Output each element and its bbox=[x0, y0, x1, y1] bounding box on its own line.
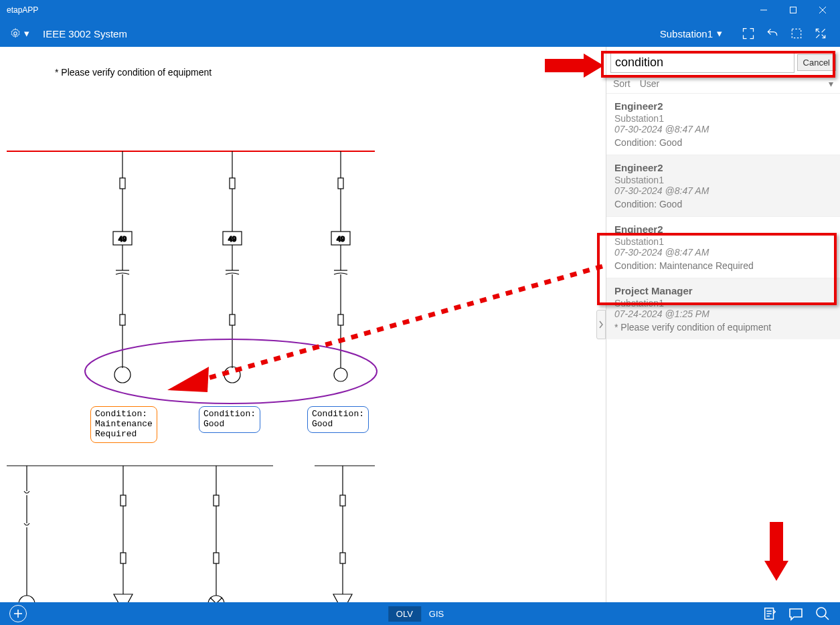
svg-rect-37 bbox=[338, 315, 343, 325]
condition-label-maintenance: Condition: Maintenance Required bbox=[90, 406, 157, 443]
comment-body: * Please verify condition of equipment bbox=[614, 322, 832, 333]
window-titlebar: etapAPP bbox=[0, 0, 840, 20]
svg-rect-30 bbox=[338, 178, 343, 189]
comment-author: Project Manager bbox=[614, 285, 832, 296]
comment-timestamp: 07-24-2024 @1:25 PM bbox=[614, 308, 832, 319]
window-title: etapAPP bbox=[7, 5, 749, 15]
comment-author: Engineer2 bbox=[614, 162, 832, 173]
svg-text:49: 49 bbox=[337, 235, 345, 243]
svg-rect-48 bbox=[120, 495, 126, 506]
svg-rect-62 bbox=[340, 495, 345, 506]
comment-location: Substation1 bbox=[614, 298, 832, 308]
fit-view-button[interactable] bbox=[738, 23, 758, 43]
svg-rect-64 bbox=[340, 553, 345, 563]
svg-rect-15 bbox=[120, 315, 125, 325]
condition-label-good-2: Condition: Good bbox=[307, 406, 369, 433]
svg-rect-19 bbox=[230, 178, 235, 189]
panel-collapse-handle[interactable] bbox=[596, 310, 606, 339]
comments-panel: Cancel Sort User ▾ Engineer2 Substation1… bbox=[606, 47, 840, 602]
comment-body: Condition: Good bbox=[614, 199, 832, 209]
comment-timestamp: 07-30-2024 @8:47 AM bbox=[614, 247, 832, 258]
svg-point-28 bbox=[224, 367, 240, 383]
add-button[interactable] bbox=[9, 605, 27, 622]
comment-timestamp: 07-30-2024 @8:47 AM bbox=[614, 124, 832, 135]
chevron-down-icon: ▾ bbox=[717, 27, 722, 39]
search-icon[interactable] bbox=[815, 606, 831, 622]
diagram-canvas[interactable]: * Please verify condition of equipment 4… bbox=[0, 47, 606, 602]
svg-rect-26 bbox=[230, 315, 235, 325]
sort-value: User bbox=[640, 78, 660, 89]
svg-point-17 bbox=[114, 367, 131, 383]
window-maximize-button[interactable] bbox=[778, 0, 808, 20]
svg-rect-56 bbox=[214, 553, 219, 563]
comment-item[interactable]: Engineer2 Substation1 07-30-2024 @8:47 A… bbox=[606, 155, 840, 216]
search-row: Cancel bbox=[606, 47, 840, 77]
window-close-button[interactable] bbox=[808, 0, 837, 20]
comment-author: Engineer2 bbox=[614, 100, 832, 112]
comment-item[interactable]: Engineer2 Substation1 07-30-2024 @8:47 A… bbox=[606, 93, 840, 155]
window-minimize-button[interactable] bbox=[749, 0, 778, 20]
tab-olv[interactable]: OLV bbox=[388, 606, 421, 622]
comment-timestamp: 07-30-2024 @8:47 AM bbox=[614, 185, 832, 196]
svg-text:49: 49 bbox=[118, 235, 127, 243]
sort-label: Sort bbox=[613, 78, 631, 89]
substation-selector[interactable]: Substation1 ▾ bbox=[660, 27, 722, 39]
tab-gis[interactable]: GIS bbox=[421, 606, 452, 622]
svg-rect-50 bbox=[120, 553, 126, 563]
chat-icon[interactable] bbox=[788, 606, 804, 622]
svg-point-40 bbox=[85, 339, 377, 404]
svg-rect-54 bbox=[214, 495, 219, 506]
svg-point-46 bbox=[19, 596, 35, 602]
condition-label-good-1: Condition: Good bbox=[199, 406, 260, 433]
comments-list: Engineer2 Substation1 07-30-2024 @8:47 A… bbox=[606, 93, 840, 602]
svg-rect-5 bbox=[792, 29, 801, 37]
main-area: * Please verify condition of equipment 4… bbox=[0, 47, 840, 602]
undo-button[interactable] bbox=[762, 23, 782, 43]
project-name: IEEE 3002 System bbox=[43, 28, 127, 39]
comment-location: Substation1 bbox=[614, 113, 832, 124]
svg-point-4 bbox=[14, 32, 17, 35]
chevron-down-icon: ▾ bbox=[829, 78, 833, 89]
main-toolbar: ▾ IEEE 3002 System Substation1 ▾ bbox=[0, 20, 840, 47]
svg-text:49: 49 bbox=[228, 235, 236, 243]
svg-point-77 bbox=[817, 608, 826, 617]
svg-rect-1 bbox=[790, 7, 796, 13]
comment-item[interactable]: Engineer2 Substation1 07-30-2024 @8:47 A… bbox=[606, 216, 840, 278]
comment-item[interactable]: Project Manager Substation1 07-24-2024 @… bbox=[606, 278, 840, 339]
svg-marker-66 bbox=[333, 594, 352, 602]
svg-marker-52 bbox=[114, 594, 133, 602]
svg-rect-8 bbox=[120, 178, 125, 189]
fullscreen-button[interactable] bbox=[811, 23, 831, 43]
comment-location: Substation1 bbox=[614, 236, 832, 247]
sort-row[interactable]: Sort User ▾ bbox=[606, 77, 840, 93]
svg-point-39 bbox=[334, 368, 347, 381]
settings-menu[interactable]: ▾ bbox=[9, 27, 29, 39]
notes-icon[interactable] bbox=[762, 606, 777, 622]
search-input[interactable] bbox=[610, 52, 794, 73]
comment-location: Substation1 bbox=[614, 175, 832, 185]
comment-body: Condition: Maintenance Required bbox=[614, 260, 832, 271]
svg-line-78 bbox=[825, 616, 829, 620]
single-line-diagram: 49 49 bbox=[0, 47, 606, 602]
cancel-button[interactable]: Cancel bbox=[797, 54, 836, 71]
substation-label: Substation1 bbox=[660, 28, 713, 39]
comment-body: Condition: Good bbox=[614, 137, 832, 148]
bottom-bar: OLV GIS bbox=[0, 602, 840, 625]
chevron-down-icon: ▾ bbox=[24, 27, 29, 39]
svg-point-58 bbox=[208, 596, 224, 602]
comment-author: Engineer2 bbox=[614, 224, 832, 235]
selection-tool-button[interactable] bbox=[786, 23, 807, 43]
